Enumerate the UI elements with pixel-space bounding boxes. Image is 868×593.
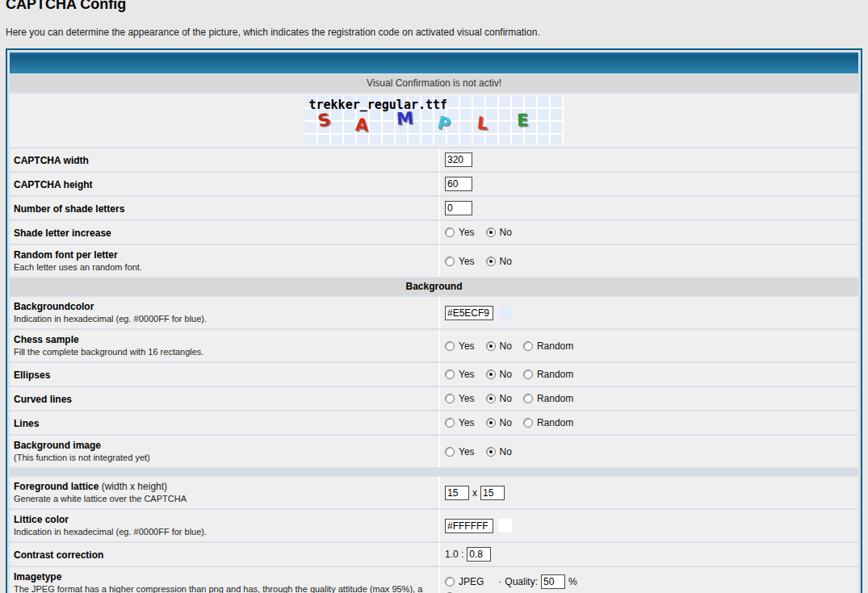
captcha-config-panel: Visual Confirmation is not activ! trekke… [6, 48, 862, 593]
field-label: CAPTCHA height [14, 179, 93, 190]
field-sublabel: The JPEG format has a higher compression… [14, 584, 430, 593]
radio-icon[interactable] [486, 370, 496, 379]
radio-label: No [500, 256, 512, 267]
radio-option-random[interactable]: Random [523, 393, 573, 404]
lattice-separator: x [472, 487, 477, 499]
radio-icon[interactable] [445, 370, 455, 379]
field-sublabel: Each letter uses an random font. [14, 262, 430, 273]
field-label: Random font per letter [14, 249, 430, 261]
row-background-image: Background image (This function is not i… [10, 436, 858, 467]
radio-label: Yes [459, 340, 475, 352]
radio-icon[interactable] [523, 418, 533, 428]
panel-titlebar [10, 52, 858, 73]
radio-label: No [500, 393, 512, 404]
radio-option-yes[interactable]: Yes [445, 256, 475, 267]
field-label: Lines [14, 418, 39, 429]
captcha-width-input[interactable] [445, 152, 472, 167]
lattice-color-input[interactable] [445, 519, 493, 533]
row-lines: Lines Yes No Random [10, 411, 858, 434]
field-sublabel: Indication in hexadecimal (eg. #0000FF f… [14, 527, 430, 537]
row-ellipses: Ellipses Yes No Random [10, 363, 858, 386]
radio-label: Yes [459, 393, 475, 404]
captcha-preview-row: trekker_regular.ttf SAMPLE [10, 94, 858, 147]
radio-icon[interactable] [523, 341, 533, 351]
radio-option-no[interactable]: No [486, 393, 512, 404]
row-chess-sample: Chess sample Fill the complete backgroun… [10, 330, 858, 361]
quality-label: Quality: [505, 576, 538, 587]
row-random-font: Random font per letter Each letter uses … [10, 245, 858, 277]
field-label: CAPTCHA width [14, 155, 89, 166]
radio-option-yes[interactable]: Yes [445, 227, 475, 238]
radio-label: JPEG [459, 576, 484, 587]
radio-icon[interactable] [486, 394, 496, 403]
lattice-color-swatch [498, 519, 512, 532]
radio-option-no[interactable]: No [486, 417, 512, 428]
radio-option-random[interactable]: Random [523, 340, 573, 352]
row-shade-letters: Number of shade letters [10, 197, 858, 219]
page-title: CAPTCHA Config [6, 0, 862, 13]
radio-option-no[interactable]: No [486, 446, 512, 457]
quality-input[interactable] [541, 574, 565, 589]
radio-icon[interactable] [486, 341, 496, 351]
quality-unit: % [568, 576, 577, 587]
radio-icon[interactable] [445, 577, 455, 587]
radio-icon[interactable] [523, 394, 533, 403]
radio-option-yes[interactable]: Yes [445, 369, 475, 380]
radio-option-yes[interactable]: Yes [445, 393, 475, 404]
radio-label: No [500, 369, 512, 380]
row-backgroundcolor: Backgroundcolor Indication in hexadecima… [10, 297, 858, 328]
captcha-letter: M [396, 108, 414, 128]
row-contrast-correction: Contrast correction 1.0 : [10, 543, 858, 566]
field-label: Background image [14, 440, 430, 452]
radio-icon[interactable] [486, 228, 496, 237]
row-foreground-lattice: Foreground lattice (width x height) Gene… [10, 477, 858, 508]
radio-option-yes[interactable]: Yes [445, 417, 475, 428]
radio-label: Yes [459, 227, 475, 238]
radio-label: No [500, 227, 512, 238]
contrast-input[interactable] [467, 547, 491, 562]
radio-icon[interactable] [445, 418, 455, 428]
radio-icon[interactable] [486, 418, 496, 428]
radio-icon[interactable] [486, 447, 496, 457]
radio-option-no[interactable]: No [486, 369, 512, 380]
field-label: Curved lines [14, 394, 72, 405]
radio-label: Random [537, 369, 573, 380]
radio-icon[interactable] [445, 394, 455, 403]
radio-option-random[interactable]: Random [523, 417, 573, 428]
field-label: Backgroundcolor [14, 301, 430, 313]
radio-icon[interactable] [523, 370, 533, 379]
captcha-letter: L [476, 113, 489, 133]
radio-icon[interactable] [445, 341, 455, 351]
radio-icon[interactable] [486, 257, 496, 266]
radio-label: Yes [459, 417, 475, 428]
field-label: Littice color [14, 514, 430, 526]
radio-option-no[interactable]: No [486, 227, 512, 238]
radio-option-jpeg[interactable]: JPEG [445, 576, 484, 587]
radio-option-yes[interactable]: Yes [445, 340, 475, 352]
row-curved-lines: Curved lines Yes No Random [10, 387, 858, 410]
backgroundcolor-input[interactable] [445, 306, 493, 320]
lattice-width-input[interactable] [445, 486, 469, 500]
radio-label: No [500, 340, 512, 352]
section-header-background: Background [10, 278, 858, 295]
radio-option-no[interactable]: No [486, 340, 512, 352]
lattice-height-input[interactable] [480, 486, 505, 500]
radio-icon[interactable] [445, 228, 455, 237]
radio-option-yes[interactable]: Yes [445, 446, 475, 457]
radio-label: Yes [459, 446, 475, 457]
radio-option-random[interactable]: Random [523, 369, 573, 380]
radio-label: Random [537, 340, 573, 352]
captcha-height-input[interactable] [445, 177, 472, 191]
captcha-preview-image: trekker_regular.ttf SAMPLE [305, 96, 564, 144]
row-captcha-height: CAPTCHA height [10, 173, 858, 195]
dot-separator: · [498, 576, 501, 587]
radio-icon[interactable] [445, 257, 455, 266]
row-shade-letter-increase: Shade letter increase Yes No [10, 221, 858, 244]
field-label: Foreground lattice (width x height) [14, 481, 430, 493]
radio-label: No [500, 446, 512, 457]
field-label: Number of shade letters [14, 203, 124, 215]
radio-icon[interactable] [445, 447, 455, 457]
radio-option-no[interactable]: No [486, 256, 512, 267]
radio-label: No [500, 417, 512, 428]
shade-letters-input[interactable] [445, 201, 472, 215]
